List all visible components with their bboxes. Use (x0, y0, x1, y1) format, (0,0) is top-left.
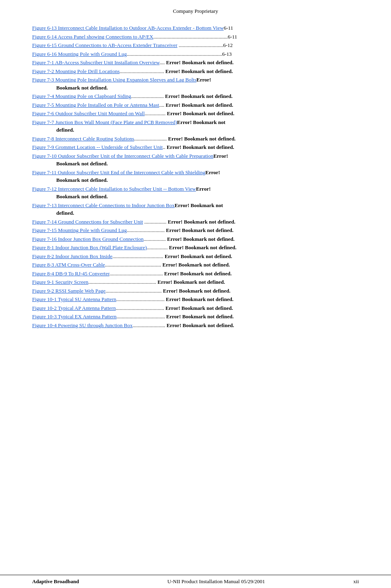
fig-8-2-error: Error! Bookmark not defined. (165, 253, 232, 259)
fig-7-16-error: Error! Bookmark not defined. (167, 236, 235, 242)
fig-10-4-error: Error! Bookmark not defined. (166, 322, 234, 328)
fig-7-12-error: Error! (196, 186, 211, 192)
fig-7-5-link[interactable]: Figure 7-5 Mounting Pole Installed on Po… (32, 102, 159, 108)
fig-10-2-dots: ..................................... (116, 305, 164, 311)
fig-8-1-link[interactable]: Figure 8-1 Indoor Junction Box (Wall Pla… (32, 244, 147, 250)
fig-6-15-link[interactable]: Figure 6-15 Ground Connections to AB‑Acc… (32, 42, 177, 48)
fig-7-13-continuation: defined. (32, 209, 359, 217)
fig-7-2-dots: .................................. (120, 68, 164, 74)
list-item: Figure 7-3 Mounting Pole Installation Us… (32, 76, 359, 92)
fig-10-4-dots: ......................... (133, 322, 165, 328)
fig-9-1-link[interactable]: Figure 9-1 Security Screen (32, 279, 88, 285)
fig-7-9-error: Error! Bookmark not defined. (167, 144, 234, 150)
list-item: Figure 8-3 ATM Cross-Over Cable.........… (32, 261, 359, 269)
list-item: Figure 9-1 Security Screen..............… (32, 278, 359, 286)
fig-7-14-error: Error! Bookmark not defined. (168, 219, 235, 225)
fig-7-6-link[interactable]: Figure 7-6 Outdoor Subscriber Unit Mount… (32, 110, 145, 116)
fig-7-1-dots: .... (160, 59, 165, 65)
fig-7-8-dots: ......................... (134, 136, 167, 142)
fig-10-3-dots: ..................................... (117, 313, 165, 319)
fig-6-15-page: 6-12 (223, 42, 233, 48)
list-item: Figure 10-4 Powering SU through Junction… (32, 321, 359, 330)
list-item: Figure 6-15 Ground Connections to AB‑Acc… (32, 41, 359, 49)
fig-7-4-dots: ......................... (131, 93, 164, 99)
fig-8-1-error: Error! Bookmark not defined. (169, 244, 237, 250)
list-item: Figure 7-11 Outdoor Subscriber Unit End … (32, 169, 359, 184)
fig-7-8-link[interactable]: Figure 7-8 Interconnect Cable Routing So… (32, 136, 134, 142)
fig-6-13-page: 6-11 (224, 25, 233, 31)
fig-6-16-dots: ........................................… (127, 51, 222, 57)
fig-7-12-continuation: Bookmark not defined. (32, 193, 359, 201)
list-item: Figure 10-3 Typical EX Antenna Pattern..… (32, 313, 359, 321)
fig-7-9-link[interactable]: Figure 7-9 Grommet Location -- Underside… (32, 144, 163, 150)
fig-7-12-link[interactable]: Figure 7-12 Interconnect Cable Installat… (32, 186, 196, 192)
fig-8-2-dots: ....................................... (113, 253, 164, 259)
fig-9-2-dots: ........................................… (106, 288, 162, 294)
list-item: Figure 10-2 Typical AP Antenna Pattern..… (32, 304, 359, 312)
fig-6-14-dots: ........................................… (154, 34, 228, 40)
fig-8-4-dots: ........................................… (109, 271, 163, 277)
fig-8-2-link[interactable]: Figure 8-2 Indoor Junction Box Inside (32, 253, 113, 259)
fig-7-10-link[interactable]: Figure 7-10 Outdoor Subscriber Unit of t… (32, 153, 213, 159)
fig-7-15-dots: ............................. (127, 227, 164, 233)
fig-7-1-link[interactable]: Figure 7-1 AB‑Access Subscriber Unit Ins… (32, 59, 160, 65)
fig-8-3-link[interactable]: Figure 8-3 ATM Cross-Over Cable (32, 262, 105, 268)
fig-10-1-link[interactable]: Figure 10-1 Typical SU Antenna Pattern (32, 296, 116, 302)
fig-7-11-link[interactable]: Figure 7-11 Outdoor Subscriber Unit End … (32, 169, 205, 175)
fig-10-3-error: Error! Bookmark not defined. (166, 313, 234, 319)
fig-10-2-error: Error! Bookmark not defined. (166, 305, 233, 311)
list-item: Figure 9-2 RSSI Sample Web Page.........… (32, 287, 359, 295)
list-item: Figure 7-9 Grommet Location -- Underside… (32, 143, 359, 151)
fig-6-16-link[interactable]: Figure 6-16 Mounting Pole with Ground Lu… (32, 51, 127, 57)
fig-7-15-link[interactable]: Figure 7-15 Mounting Pole with Ground Lu… (32, 227, 127, 233)
fig-7-4-error: Error! Bookmark not defined. (165, 93, 233, 99)
list-item: Figure 8-4 DB-9 To RJ-45 Converter......… (32, 270, 359, 278)
fig-7-7-continuation: defined. (32, 126, 359, 134)
fig-7-2-error: Error! Bookmark not defined. (165, 68, 233, 74)
fig-6-13-link[interactable]: Figure 6-13 Interconnect Cable Installat… (32, 25, 224, 31)
fig-7-13-error: Error! Bookmark not (175, 202, 223, 208)
fig-7-6-dots: ................ (145, 110, 166, 116)
fig-7-14-link[interactable]: Figure 7-14 Ground Connections for Subsc… (32, 219, 143, 225)
list-item: Figure 7-14 Ground Connections for Subsc… (32, 218, 359, 226)
list-item: Figure 10-1 Typical SU Antenna Pattern..… (32, 295, 359, 303)
fig-7-5-dots: .... (159, 102, 164, 108)
fig-7-7-link[interactable]: Figure 7-7 Junction Box Wall Mount (Face… (32, 119, 177, 125)
fig-9-2-link[interactable]: Figure 9-2 RSSI Sample Web Page (32, 288, 106, 294)
page-footer: Adaptive Broadband U-NII Product Install… (0, 575, 391, 588)
page-header: Company Proprietary (32, 8, 359, 14)
fig-7-2-link[interactable]: Figure 7-2 Mounting Pole Drill Locations (32, 68, 120, 74)
fig-10-3-link[interactable]: Figure 10-3 Typical EX Antenna Pattern (32, 313, 117, 319)
list-item: Figure 7-6 Outdoor Subscriber Unit Mount… (32, 110, 359, 118)
fig-7-3-continuation: Bookmark not defined. (32, 84, 359, 92)
fig-7-14-dots: ................. (143, 219, 167, 225)
toc-list: Figure 6-13 Interconnect Cable Installat… (32, 24, 359, 329)
fig-7-4-link[interactable]: Figure 7-4 Mounting Pole on Clapboard Si… (32, 93, 131, 99)
fig-7-8-error: Error! Bookmark not defined. (168, 136, 235, 142)
list-item: Figure 7-7 Junction Box Wall Mount (Face… (32, 118, 359, 134)
fig-7-1-error: Error! Bookmark not defined. (166, 59, 233, 65)
page-container: Company Proprietary Figure 6-13 Intercon… (0, 0, 391, 588)
fig-10-1-error: Error! Bookmark not defined. (166, 296, 233, 302)
fig-7-3-error: Error! (197, 77, 211, 83)
fig-6-14-page: 6-11 (228, 34, 237, 40)
fig-6-14-link[interactable]: Figure 6-14 Access Panel showing Connect… (32, 34, 154, 40)
fig-7-7-error: Error! Bookmark not (177, 119, 225, 125)
fig-10-2-link[interactable]: Figure 10-2 Typical AP Antenna Pattern (32, 305, 116, 311)
fig-7-10-continuation: Bookmark not defined. (32, 160, 359, 168)
fig-7-16-link[interactable]: Figure 7-16 Indoor Junction Box Ground C… (32, 236, 143, 242)
fig-8-1-dots: ................ (147, 244, 168, 250)
list-item: Figure 6-14 Access Panel showing Connect… (32, 33, 359, 41)
fig-7-11-error: Error! (205, 169, 220, 175)
list-item: Figure 8-1 Indoor Junction Box (Wall Pla… (32, 244, 359, 252)
fig-7-5-error: Error! Bookmark not defined. (166, 102, 233, 108)
fig-7-3-link[interactable]: Figure 7-3 Mounting Pole Installation Us… (32, 77, 197, 83)
list-item: Figure 7-10 Outdoor Subscriber Unit of t… (32, 152, 359, 168)
fig-8-3-dots: ........................................… (105, 262, 161, 268)
fig-7-15-error: Error! Bookmark not defined. (166, 227, 233, 233)
fig-7-6-error: Error! Bookmark not defined. (167, 110, 234, 116)
fig-8-4-link[interactable]: Figure 8-4 DB-9 To RJ-45 Converter (32, 271, 109, 277)
fig-7-13-link[interactable]: Figure 7-13 Interconnect Cable Connectio… (32, 202, 175, 208)
fig-10-4-link[interactable]: Figure 10-4 Powering SU through Junction… (32, 322, 133, 328)
list-item: Figure 7-1 AB‑Access Subscriber Unit Ins… (32, 59, 359, 67)
